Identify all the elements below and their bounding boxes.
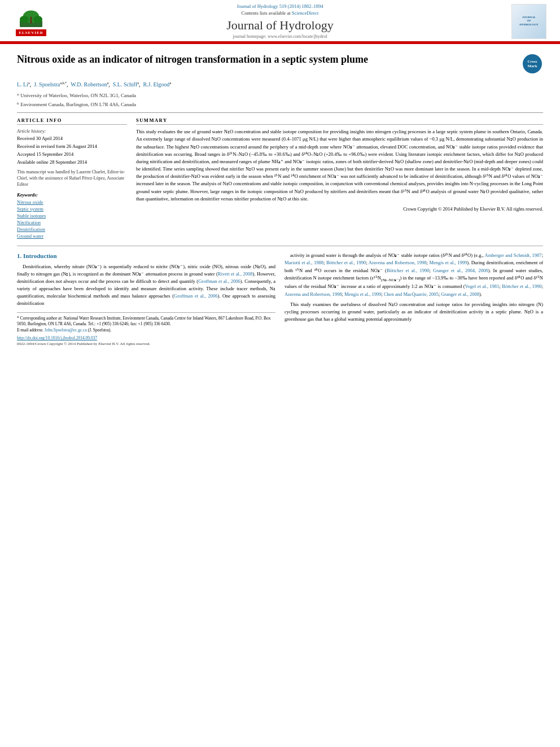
article-info-col: ARTICLE INFO Article history: Received 3…: [17, 117, 127, 240]
journal-title: Journal of Hydrology: [56, 18, 504, 33]
authors-line: L. Lia, J. Spoelstraa,b,*, W.D. Robertso…: [17, 80, 543, 89]
crossmark-inner: CrossMark: [523, 54, 542, 73]
summary-heading: SUMMARY: [136, 117, 543, 125]
mengis-ref[interactable]: Mengis et al., 1999: [430, 260, 467, 265]
aravena-ref[interactable]: Aravena and Robertson, 1998: [369, 260, 427, 265]
affil-b: ᵇ Environment Canada, Burlington, ON L7R…: [17, 101, 543, 108]
manuscript-note: This manuscript was handled by Laurent C…: [17, 169, 127, 188]
keywords-label: Keywords:: [17, 192, 127, 198]
keyword-nitrous-oxide[interactable]: Nitrous oxide: [17, 199, 127, 205]
article-info-heading: ARTICLE INFO: [17, 117, 127, 125]
elsevier-label: ELSEVIER: [16, 29, 46, 36]
svg-point-2: [20, 16, 29, 23]
paper-content: Nitrous oxide as an indicator of nitroge…: [0, 44, 560, 352]
email-link[interactable]: John.Spoelstra@ec.gc.ca: [45, 327, 87, 333]
groffman-ref1[interactable]: Groffman et al., 2006: [198, 278, 240, 284]
mariotti-ref[interactable]: Mariotti et al., 1988: [285, 260, 323, 265]
intro-para2: activity in ground water is through the …: [285, 252, 543, 298]
journal-logo-box: JOURNALOFHYDROLOGY: [511, 4, 546, 39]
granger-ref[interactable]: Granger et al., 2004, 2008: [433, 268, 488, 273]
footnote-area: * Corresponding author at: National Wate…: [17, 312, 275, 347]
revised-date: Received in revised form 26 August 2014: [17, 143, 127, 150]
journal-header: ELSEVIER Journal of Hydrology 519 (2014)…: [0, 0, 560, 42]
elsevier-logo: ELSEVIER: [11, 7, 51, 36]
body-col-left: 1. Introduction Denitrification, whereby…: [17, 252, 275, 346]
accepted-date: Accepted 15 September 2014: [17, 151, 127, 158]
keyword-groundwater[interactable]: Ground water: [17, 233, 127, 239]
author-schiff[interactable]: S.L. Schiff: [113, 81, 137, 88]
vogel-ref[interactable]: Vogel et al., 1981: [465, 283, 500, 289]
keyword-nitrification[interactable]: Nitrification: [17, 220, 127, 225]
footnote-email: E-mail address: John.Spoelstra@ec.gc.ca …: [17, 327, 275, 334]
journal-logo-right: JOURNALOFHYDROLOGY: [509, 4, 549, 39]
copyright-line: Crown Copyright © 2014 Published by Else…: [136, 206, 543, 212]
keyword-septic[interactable]: Septic system: [17, 206, 127, 212]
available-date: Available online 28 September 2014: [17, 159, 127, 166]
bottcher-ref2[interactable]: Böttcher et al., 1990: [387, 268, 429, 273]
title-section: Nitrous oxide as an indicator of nitroge…: [17, 53, 543, 75]
keyword-isotopes[interactable]: Stable isotopes: [17, 213, 127, 219]
affil-a: ᵃ University of Waterloo, Waterloo, ON N…: [17, 92, 543, 99]
footnote-corresponding: * Corresponding author at: National Wate…: [17, 316, 275, 327]
journal-homepage: journal homepage: www.elsevier.com/locat…: [56, 34, 504, 39]
email-person: (J. Spoelstra).: [87, 327, 111, 333]
bottcher-ref3[interactable]: Böttcher et al., 1990: [502, 283, 541, 289]
author-robertson[interactable]: W.D. Robertson: [71, 81, 107, 88]
issn-text: 0022-1694/Crown Copyright © 2014 Publish…: [17, 342, 275, 346]
divider-2: [17, 246, 543, 246]
mengis-ref2[interactable]: Mengis et al., 1999: [344, 291, 381, 297]
journal-logo-text: JOURNALOFHYDROLOGY: [519, 16, 538, 27]
svg-point-3: [33, 16, 42, 23]
crossmark-text: CrossMark: [527, 59, 537, 69]
contents-line: Contents lists available at ScienceDirec…: [56, 10, 504, 16]
contents-text: Contents lists available at: [242, 10, 291, 16]
author-elgood[interactable]: R.J. Elgood: [143, 81, 169, 88]
sciencedirect-link[interactable]: ScienceDirect: [292, 10, 319, 16]
page: ELSEVIER Journal of Hydrology 519 (2014)…: [0, 0, 560, 747]
intro-para1: Denitrification, whereby nitrate (NO₃⁻) …: [17, 263, 275, 308]
history-label: Article history:: [17, 128, 127, 134]
header-center: Journal of Hydrology 519 (2014) 1882–189…: [51, 3, 509, 39]
body-two-col: 1. Introduction Denitrification, whereby…: [17, 252, 543, 346]
received-date: Received 30 April 2014: [17, 136, 127, 142]
article-info-summary: ARTICLE INFO Article history: Received 3…: [17, 117, 543, 240]
author-spoelstra[interactable]: J. Spoelstra: [34, 81, 60, 88]
summary-col: SUMMARY This study evaluates the use of …: [136, 117, 543, 240]
svg-rect-4: [30, 16, 32, 23]
keyword-denitrification[interactable]: Denitrification: [17, 226, 127, 232]
intro-para3: This study examines the usefulness of di…: [285, 301, 543, 324]
journal-volume-ref: Journal of Hydrology 519 (2014) 1882–189…: [56, 3, 504, 9]
doi-link[interactable]: http://dx.doi.org/10.1016/j.jhydrol.2014…: [17, 335, 275, 340]
email-label: E-mail address:: [17, 327, 45, 333]
paper-title: Nitrous oxide as an indicator of nitroge…: [17, 53, 516, 66]
author-li[interactable]: L. Li: [17, 81, 28, 88]
crossmark-badge[interactable]: CrossMark: [522, 53, 543, 75]
bottcher-ref[interactable]: Böttcher et al., 1990: [326, 260, 366, 265]
intro-section-title: 1. Introduction: [17, 252, 275, 260]
rivett-ref[interactable]: Rivett et al., 2008: [218, 271, 253, 277]
divider-1: [17, 112, 543, 113]
summary-text: This study evaluates the use of ground w…: [136, 128, 543, 203]
groffman-ref2[interactable]: Groffman et al., 2006: [174, 293, 217, 299]
aravena-ref2[interactable]: Aravena and Robertson, 1998: [285, 291, 342, 297]
amberger-ref[interactable]: Amberger and Schmidt, 1987: [485, 252, 542, 258]
chen-ref[interactable]: Chen and MacQuarrie, 2005: [384, 291, 439, 297]
body-col-right: activity in ground water is through the …: [285, 252, 543, 346]
granger-ref2[interactable]: Granger et al., 2008: [441, 291, 479, 297]
